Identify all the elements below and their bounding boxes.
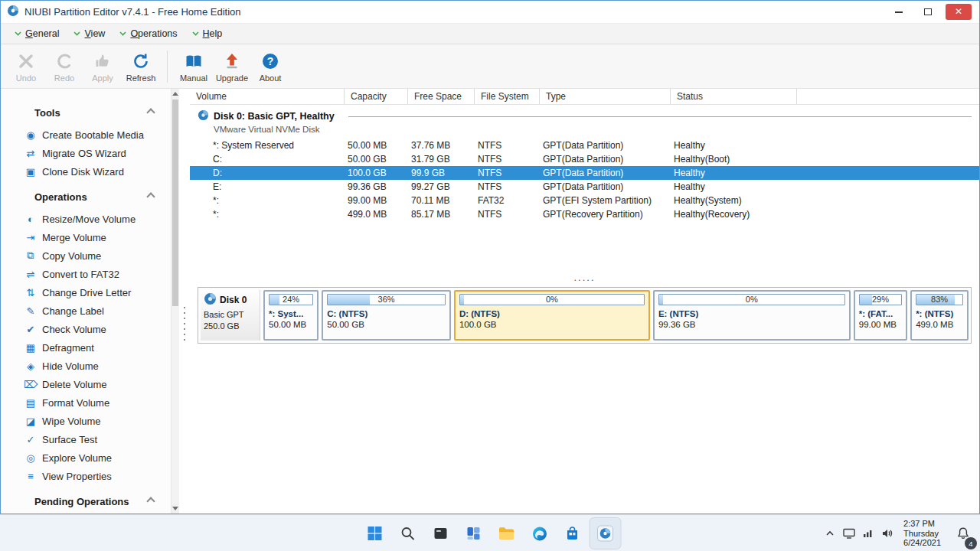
horizontal-splitter[interactable]: ..... [190,274,979,287]
sidebar-item-label: Copy Volume [42,250,101,262]
upgrade-button[interactable]: Upgrade [213,46,251,87]
sidebar-item-view-properties[interactable]: ≡View Properties [24,467,171,485]
sidebar-item-label: Wipe Volume [42,416,101,427]
usage-percent: 29% [860,295,901,305]
minimize-button[interactable] [884,1,913,23]
explore-volume-icon: ◎ [24,452,38,464]
notification-button[interactable]: 4 [949,517,977,550]
sidebar-item-surface-test[interactable]: ✓Surface Test [24,430,171,448]
cell-free-space: 99.9 GB [408,166,475,180]
store-button[interactable] [557,518,588,549]
scroll-track[interactable] [172,307,179,504]
wipe-volume-icon: ◪ [24,416,38,427]
sidebar-item-change-drive-letter[interactable]: ⇅Change Drive Letter [24,283,171,302]
pane-splitter[interactable] [179,89,190,514]
column-header-volume[interactable]: Volume [190,89,345,104]
cell-status: Healthy [671,180,797,194]
chevron-down-icon [119,31,126,36]
scroll-up-arrow[interactable] [172,89,179,99]
sidebar-section-operations[interactable]: Operations [24,188,171,205]
column-header-status[interactable]: Status [671,89,797,104]
volume-row-2[interactable]: C:50.00 GB31.79 GBNTFSGPT(Data Partition… [190,152,979,166]
cell-status: Healthy(Recovery) [671,207,797,221]
sidebar-item-hide-volume[interactable]: ◈Hide Volume [24,357,171,375]
sidebar-section-pending-operations[interactable]: Pending Operations [24,493,171,510]
partition-label: D: (NTFS) [459,309,645,318]
menu-general[interactable]: General [10,24,69,44]
undo-button[interactable]: Undo [7,46,45,87]
partition-block-5[interactable]: 29%*: (FAT...99.00 MB [854,290,907,341]
sidebar-item-resize-move-volume[interactable]: ◐Resize/Move Volume [24,210,171,228]
sidebar-section-tools[interactable]: Tools [24,104,171,121]
merge-volume-icon: ⇥ [24,232,38,243]
tray-display-icon[interactable] [841,524,857,543]
partition-size: 50.00 MB [269,320,313,329]
cell-type: GPT(EFI System Partition) [540,194,671,207]
file-explorer-button[interactable] [492,518,522,549]
disk-group-header[interactable]: Disk 0: Basic GPT, Healthy VMware Virtua… [190,105,979,139]
column-header-type[interactable]: Type [540,89,671,104]
close-button[interactable]: ✕ [946,4,972,20]
sidebar-item-label: Check Volume [42,324,106,335]
column-header-file-system[interactable]: File System [475,89,540,104]
sidebar-item-change-label[interactable]: ✎Change Label [24,302,171,320]
scroll-thumb[interactable] [172,99,178,306]
about-button[interactable]: ? About [251,46,289,87]
search-button[interactable] [393,518,423,549]
chevron-up-icon [146,192,155,201]
volume-row-4[interactable]: E:99.36 GB99.27 GBNTFSGPT(Data Partition… [190,180,979,194]
partition-block-6[interactable]: 83%*: (NTFS)499.0 MB [910,290,969,341]
disk-map-disk-info[interactable]: Disk 0 Basic GPT 250.0 GB [201,290,260,341]
taskbar-clock[interactable]: 2:37 PM Thursday 6/24/2021 [899,519,946,548]
section-title: Tools [34,107,60,119]
edge-button[interactable] [524,518,555,549]
task-view-button[interactable] [426,518,456,549]
cell-filler [797,139,979,152]
volume-row-1[interactable]: *: System Reserved50.00 MB37.76 MBNTFSGP… [190,139,979,152]
sidebar-item-check-volume[interactable]: ✔Check Volume [24,320,171,338]
edge-icon [531,526,547,542]
sidebar-item-clone-disk-wizard[interactable]: ▣Clone Disk Wizard [24,162,171,181]
maximize-button[interactable] [913,1,942,23]
menu-view[interactable]: View [69,24,115,44]
redo-icon [55,51,74,72]
volume-row-3[interactable]: D:100.0 GB99.9 GBNTFSGPT(Data Partition)… [190,166,979,180]
sidebar-item-merge-volume[interactable]: ⇥Merge Volume [24,228,171,246]
manual-button[interactable]: Manual [175,46,213,87]
sidebar-item-wipe-volume[interactable]: ◪Wipe Volume [24,412,171,430]
column-header-capacity[interactable]: Capacity [345,89,408,104]
partition-block-1[interactable]: 24%*: Syst...50.00 MB [263,290,318,341]
niubi-app-button[interactable] [590,518,621,549]
disk-name: Disk 0 [220,295,247,305]
partition-block-3[interactable]: 0%D: (NTFS)100.0 GB [454,290,650,341]
sidebar-item-copy-volume[interactable]: ⧉Copy Volume [24,246,171,265]
surface-test-icon: ✓ [24,434,38,445]
sidebar-item-migrate-os-wizard[interactable]: ⇄Migrate OS Wizard [24,144,171,162]
tray-chevron-up-icon[interactable] [822,524,838,543]
apply-button[interactable]: Apply [83,46,122,87]
widgets-button[interactable] [459,518,489,549]
refresh-icon [132,51,150,72]
scroll-down-arrow[interactable] [172,504,179,514]
redo-button[interactable]: Redo [45,46,83,87]
sidebar-scrollbar[interactable] [171,89,179,514]
menu-operations[interactable]: Operations [115,24,187,44]
cell-status: Healthy [671,139,797,152]
refresh-button[interactable]: Refresh [122,46,160,87]
sidebar-item-label: Convert to FAT32 [42,269,119,280]
tray-volume-icon[interactable] [880,524,895,543]
partition-block-2[interactable]: 36%C: (NTFS)50.00 GB [322,290,451,341]
menu-help[interactable]: Help [188,24,233,44]
column-header-free-space[interactable]: Free Space [408,89,475,104]
volume-row-6[interactable]: *:499.0 MB85.17 MBNTFSGPT(Recovery Parti… [190,207,979,221]
tray-network-icon[interactable] [861,524,876,543]
sidebar-item-delete-volume[interactable]: ⌦Delete Volume [24,375,171,393]
start-button[interactable] [360,518,390,549]
sidebar-item-format-volume[interactable]: ▤Format Volume [24,393,171,412]
volume-row-5[interactable]: *:99.00 MB70.11 MBFAT32GPT(EFI System Pa… [190,194,979,207]
sidebar-item-create-bootable-media[interactable]: ◉Create Bootable Media [24,126,171,144]
sidebar-item-explore-volume[interactable]: ◎Explore Volume [24,448,171,467]
sidebar-item-defragment[interactable]: ▦Defragment [24,338,171,357]
sidebar-item-convert-to-fat32[interactable]: ⇌Convert to FAT32 [24,265,171,283]
partition-block-4[interactable]: 0%E: (NTFS)99.36 GB [653,290,851,341]
